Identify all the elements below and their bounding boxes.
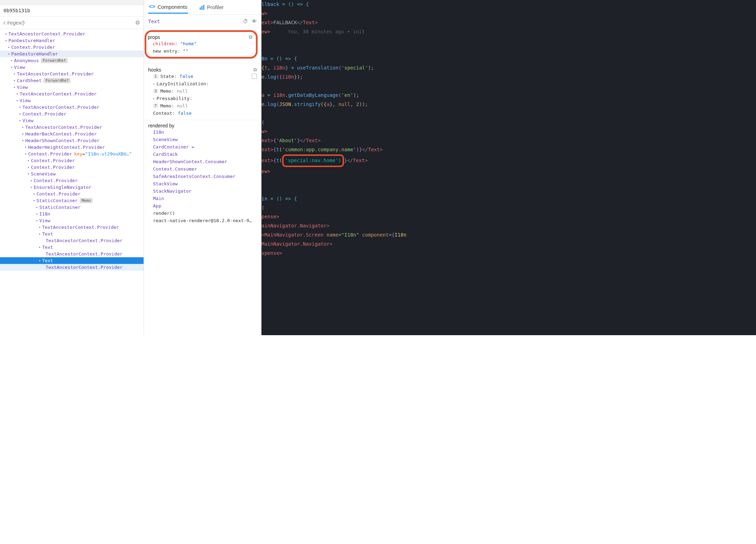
tree-item[interactable]: ▾View bbox=[0, 217, 144, 224]
tree-item[interactable]: ▾TextAncestorContext.Provider bbox=[0, 31, 144, 37]
expand-icon[interactable]: ▾ bbox=[5, 39, 7, 42]
expand-icon[interactable]: ▾ bbox=[39, 225, 41, 229]
tree-item[interactable]: ▾Context.Provider bbox=[0, 157, 144, 164]
hook-row[interactable]: 3Memo:null bbox=[148, 87, 257, 95]
tree-item[interactable]: ▾PanGestureHandler bbox=[0, 37, 144, 44]
expand-icon[interactable]: ▾ bbox=[13, 85, 15, 89]
expand-icon[interactable]: ▾ bbox=[13, 72, 15, 76]
rendered-by-item[interactable]: StackView bbox=[148, 180, 257, 187]
search-input[interactable] bbox=[4, 20, 135, 26]
expand-icon[interactable]: ▾ bbox=[27, 165, 29, 169]
expand-icon[interactable]: ▾ bbox=[16, 92, 18, 96]
hook-row[interactable]: 7Memo:null bbox=[148, 102, 257, 110]
checkbox-icon[interactable] bbox=[252, 74, 257, 79]
tree-item[interactable]: ▾Context.Provider bbox=[0, 44, 144, 51]
rendered-by-item[interactable]: App bbox=[148, 202, 257, 210]
copy-icon[interactable]: ⧉ bbox=[253, 67, 257, 73]
hook-row[interactable]: ▸Pressability: bbox=[148, 95, 257, 102]
rendered-by-item[interactable]: StackNavigator bbox=[148, 187, 257, 195]
tree-item[interactable]: ▾Context.Provider bbox=[0, 164, 144, 171]
expand-icon[interactable]: ▾ bbox=[11, 65, 13, 69]
inspect-icon[interactable]: 👁 bbox=[252, 18, 257, 24]
code-editor[interactable]: llback = () => { w> ext>FALLBACK</Text> … bbox=[261, 0, 756, 335]
expand-icon[interactable]: ▾ bbox=[36, 212, 38, 216]
tree-item[interactable]: ▾View bbox=[0, 64, 144, 71]
expand-icon[interactable]: ▾ bbox=[8, 45, 10, 49]
tree-item[interactable]: TextAncestorContext.Provider bbox=[0, 251, 144, 257]
tree-item[interactable]: ▾StaticContainerMemo bbox=[0, 197, 144, 204]
expand-icon[interactable]: ▾ bbox=[19, 105, 21, 109]
expand-icon[interactable]: ▾ bbox=[19, 119, 21, 122]
tree-item[interactable]: ▾HeaderShownContext.Provider bbox=[0, 137, 144, 144]
tree-item[interactable]: TextAncestorContext.Provider bbox=[0, 237, 144, 244]
hook-row[interactable]: 1State:false bbox=[148, 73, 257, 80]
tree-item[interactable]: ▾AnonymousForwardRef bbox=[0, 57, 144, 64]
expand-icon[interactable]: ▾ bbox=[33, 192, 35, 196]
tree-item[interactable]: ▾Text bbox=[0, 257, 144, 264]
expand-icon[interactable]: ▾ bbox=[30, 179, 32, 183]
tree-item[interactable]: ▾TextAncestorContext.Provider bbox=[0, 71, 144, 77]
expand-icon[interactable]: ▾ bbox=[5, 32, 7, 36]
expand-icon[interactable]: ▾ bbox=[39, 259, 41, 263]
expand-icon[interactable]: ▾ bbox=[39, 245, 41, 249]
gear-icon[interactable]: ⚙ bbox=[135, 19, 140, 26]
expand-icon[interactable]: ▾ bbox=[27, 159, 29, 162]
tree-item[interactable]: ▾Context.Provider bbox=[0, 111, 144, 117]
rendered-by-item[interactable]: HeaderShownContext.Consumer bbox=[148, 158, 257, 165]
expand-icon[interactable]: ▾ bbox=[22, 125, 24, 129]
tree-item[interactable]: ▾Text bbox=[0, 231, 144, 237]
expand-icon[interactable]: ▾ bbox=[25, 145, 27, 149]
expand-icon[interactable]: ▾ bbox=[27, 172, 29, 176]
tree-item[interactable]: ▾PanGestureHandler bbox=[0, 51, 144, 57]
expand-icon[interactable]: ▾ bbox=[36, 205, 38, 209]
copy-icon[interactable]: ⧉ bbox=[249, 34, 252, 40]
expand-icon[interactable]: ▾ bbox=[22, 139, 24, 142]
rendered-by-item[interactable]: Main bbox=[148, 195, 257, 202]
tree-item[interactable]: ▾View bbox=[0, 97, 144, 104]
expand-icon[interactable]: ▾ bbox=[11, 59, 13, 62]
tree-item[interactable]: ▾Context.Providerkey="I18n-ul29ouXBU…" bbox=[0, 151, 144, 157]
prop-row[interactable]: new entry:"" bbox=[148, 47, 252, 55]
tree-item[interactable]: ▾Context.Provider bbox=[0, 177, 144, 184]
tree-item[interactable]: ▾I18n bbox=[0, 211, 144, 217]
expand-icon[interactable]: ▾ bbox=[8, 52, 10, 56]
tab-components[interactable]: <> Components bbox=[148, 1, 188, 14]
expand-icon[interactable]: ▾ bbox=[16, 99, 18, 102]
rendered-by-item[interactable]: CardContainer = bbox=[148, 143, 257, 151]
tab-profiler[interactable]: Profiler bbox=[198, 1, 225, 13]
tree-item[interactable]: ▾Text bbox=[0, 244, 144, 251]
hook-row[interactable]: ▸LazyInitialization: bbox=[148, 80, 257, 87]
tree-item[interactable]: ▾CardSheetForwardRef bbox=[0, 77, 144, 84]
suspend-icon[interactable]: ⏱ bbox=[243, 18, 248, 24]
tree-item[interactable]: ▾EnsureSingleNavigator bbox=[0, 184, 144, 191]
expand-icon[interactable]: ▾ bbox=[25, 152, 27, 156]
tree-item[interactable]: ▾View bbox=[0, 117, 144, 124]
tree-item[interactable]: ▾TextAncestorContext.Provider bbox=[0, 104, 144, 111]
component-tree[interactable]: ▾TextAncestorContext.Provider▾PanGesture… bbox=[0, 29, 144, 335]
tree-item[interactable]: ▾TextAncestorContext.Provider bbox=[0, 124, 144, 131]
props-highlight: props ⧉ children:"home"new entry:"" bbox=[145, 30, 258, 59]
tree-item[interactable]: ▾SceneView bbox=[0, 171, 144, 177]
hook-row[interactable]: Context:false bbox=[148, 110, 257, 117]
rendered-by-item[interactable]: SafeAreaInsetsContext.Consumer bbox=[148, 173, 257, 180]
tree-item[interactable]: ▾TextAncestorContext.Provider bbox=[0, 224, 144, 231]
expand-icon[interactable]: ▾ bbox=[39, 232, 41, 236]
rendered-by-item[interactable]: CardStack bbox=[148, 151, 257, 158]
tree-item[interactable]: TextAncestorContext.Provider bbox=[0, 264, 144, 271]
expand-icon[interactable]: ▾ bbox=[36, 219, 38, 223]
tree-item[interactable]: ▾TextAncestorContext.Provider bbox=[0, 91, 144, 97]
expand-icon[interactable]: ▾ bbox=[13, 79, 15, 82]
rendered-by-item[interactable]: SceneView bbox=[148, 136, 257, 143]
tree-item[interactable]: ▾StaticContainer bbox=[0, 204, 144, 211]
tree-item[interactable]: ▾HeaderBackContext.Provider bbox=[0, 131, 144, 137]
tree-item[interactable]: ▾Context.Provider bbox=[0, 191, 144, 197]
expand-icon[interactable]: ▾ bbox=[30, 185, 32, 189]
tree-item[interactable]: ▾HeaderHeightContext.Provider bbox=[0, 144, 144, 151]
rendered-by-item[interactable]: Context.Consumer bbox=[148, 165, 257, 173]
expand-icon[interactable]: ▾ bbox=[19, 112, 21, 116]
tree-item[interactable]: ▾View bbox=[0, 84, 144, 91]
prop-row[interactable]: children:"home" bbox=[148, 40, 252, 47]
expand-icon[interactable]: ▾ bbox=[33, 199, 35, 203]
rendered-by-item[interactable]: I18n bbox=[148, 128, 257, 136]
expand-icon[interactable]: ▾ bbox=[22, 132, 24, 136]
